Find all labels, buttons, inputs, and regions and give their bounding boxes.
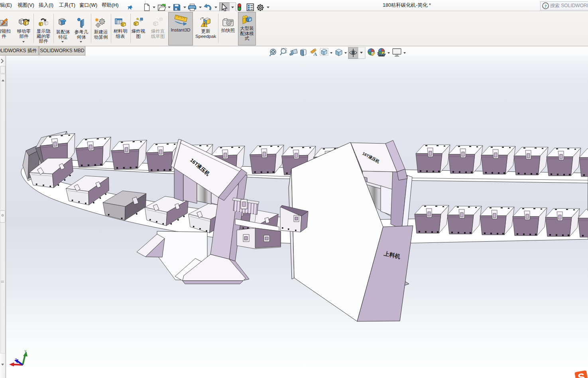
svg-text:A: A [313,51,317,57]
svg-text:Z: Z [15,358,17,362]
svg-text:Y: Y [24,350,27,354]
svg-text:?: ? [545,4,547,8]
svg-text:X: X [12,363,14,367]
